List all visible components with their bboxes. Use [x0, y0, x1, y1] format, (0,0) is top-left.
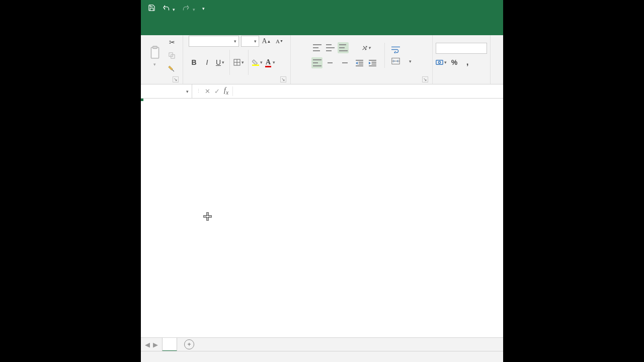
orientation-icon[interactable]: ⤭▾ — [360, 42, 371, 53]
cell-cursor-icon — [203, 212, 212, 223]
svg-rect-19 — [436, 60, 443, 64]
quick-access-toolbar: ▾ ▾ ▾ — [141, 4, 205, 13]
fill-color-icon[interactable]: ▾ — [252, 57, 263, 68]
cancel-formula-icon[interactable]: ✕ — [205, 87, 210, 95]
increase-indent-icon[interactable] — [367, 57, 378, 68]
svg-rect-0 — [151, 47, 158, 58]
decrease-font-icon[interactable]: A▼ — [274, 36, 285, 47]
align-left-icon[interactable] — [311, 57, 323, 68]
comma-format-icon[interactable]: , — [462, 57, 473, 68]
svg-rect-7 — [252, 64, 259, 66]
enter-formula-icon[interactable]: ✓ — [214, 87, 220, 95]
align-right-icon[interactable] — [338, 57, 349, 68]
paste-button[interactable]: ▾ — [146, 44, 164, 67]
qat-customize-icon[interactable]: ▾ — [202, 6, 205, 11]
percent-format-icon[interactable]: % — [449, 57, 460, 68]
sheet-tab-sheet1[interactable] — [162, 338, 177, 351]
alignment-launcher-icon[interactable]: ↘ — [422, 76, 428, 82]
borders-icon[interactable]: ▾ — [233, 57, 245, 68]
underline-button[interactable]: U▾ — [215, 57, 226, 68]
decrease-indent-icon[interactable] — [354, 57, 365, 68]
align-top-icon[interactable] — [311, 42, 323, 53]
svg-rect-23 — [207, 216, 208, 217]
ribbon: ▾ ✂ ↘ ▾ ▾ A▲ — [141, 35, 503, 84]
merge-center-button[interactable]: ▾ — [391, 57, 412, 65]
group-alignment: ⤭▾ — [291, 35, 433, 84]
svg-rect-22 — [203, 216, 212, 217]
copy-icon[interactable] — [167, 50, 178, 61]
group-font: ▾ ▾ A▲ A▼ B I U▾ ▾ ▾ — [183, 35, 291, 84]
number-format-dropdown[interactable] — [436, 43, 487, 54]
group-clipboard: ▾ ✂ ↘ — [141, 35, 183, 84]
formula-dropdown-icon[interactable]: ⋮ — [196, 88, 201, 94]
undo-icon[interactable]: ▾ — [163, 5, 175, 13]
svg-point-20 — [438, 61, 440, 63]
font-name-dropdown[interactable]: ▾ — [189, 36, 239, 47]
ribbon-tabs — [141, 17, 503, 35]
name-box[interactable]: ▾ — [141, 84, 192, 98]
save-icon[interactable] — [148, 4, 155, 13]
format-painter-icon[interactable] — [167, 63, 178, 74]
redo-icon: ▾ — [182, 5, 195, 13]
add-sheet-button[interactable]: + — [184, 339, 194, 349]
font-launcher-icon[interactable]: ↘ — [280, 76, 286, 82]
group-number: ▾ % , — [433, 35, 491, 84]
accounting-format-icon[interactable]: ▾ — [436, 57, 447, 68]
sheet-tab-bar: ◀ ▶ + — [141, 337, 503, 351]
fx-icon[interactable]: fx — [224, 86, 233, 96]
bold-button[interactable]: B — [189, 57, 200, 68]
font-color-icon[interactable]: A▾ — [265, 57, 276, 68]
sheet-nav-next-icon[interactable]: ▶ — [153, 341, 158, 348]
worksheet-grid[interactable] — [141, 99, 503, 337]
svg-rect-21 — [207, 212, 208, 221]
status-bar — [141, 351, 503, 362]
title-bar: ▾ ▾ ▾ — [141, 0, 503, 17]
clipboard-launcher-icon[interactable]: ↘ — [173, 76, 179, 82]
formula-bar: ▾ ⋮ ✕ ✓ fx — [141, 84, 503, 99]
align-center-icon[interactable] — [325, 57, 336, 68]
sheet-nav-prev-icon[interactable]: ◀ — [145, 341, 150, 348]
align-bottom-icon[interactable] — [338, 42, 349, 53]
wrap-text-button[interactable] — [391, 46, 404, 53]
align-middle-icon[interactable] — [325, 42, 336, 53]
cut-icon[interactable]: ✂ — [167, 37, 178, 48]
italic-button[interactable]: I — [202, 57, 213, 68]
increase-font-icon[interactable]: A▲ — [261, 36, 272, 47]
excel-app: ▾ ▾ ▾ ▾ ✂ — [141, 0, 503, 362]
svg-rect-1 — [152, 46, 157, 48]
font-size-dropdown[interactable]: ▾ — [241, 36, 259, 47]
